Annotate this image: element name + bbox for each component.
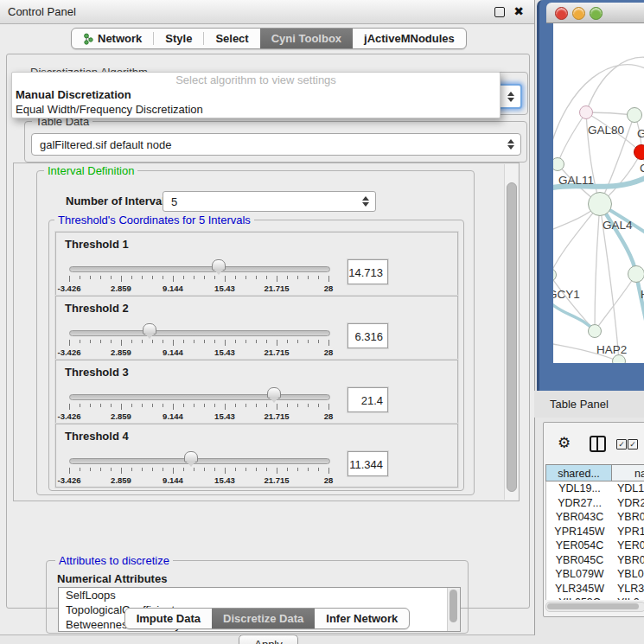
cell-shared-name: YBR045C: [546, 553, 613, 568]
slider-tick-label: 21.715: [258, 284, 296, 293]
table-row[interactable]: YBR045CYBR0: [546, 553, 644, 568]
threshold-slider-thumb[interactable]: [267, 387, 281, 399]
tab-impute-data[interactable]: Impute Data: [125, 609, 212, 628]
slider-tick-label: 2.859: [102, 475, 140, 485]
table-horizontal-scrollbar-thumb[interactable]: [547, 603, 639, 609]
column-header-shared-name[interactable]: shared...: [545, 464, 612, 481]
table-row[interactable]: YER054CYER0: [546, 539, 644, 553]
number-of-intervals-spinner[interactable]: 5: [163, 191, 376, 212]
threshold-value-field[interactable]: 21.4: [348, 387, 388, 412]
slider-tick: [111, 340, 112, 343]
slider-tick: [100, 468, 101, 471]
slider-tick: [121, 276, 122, 282]
tab-label: Impute Data: [137, 612, 201, 625]
checkbox-icon[interactable]: ✓: [616, 439, 627, 450]
tab-jactivemnodules[interactable]: jActiveMNodules: [353, 29, 466, 48]
slider-tick: [318, 276, 319, 279]
slider-tick: [69, 276, 70, 282]
slider-tick: [111, 276, 112, 279]
slider-tick-label: 9.144: [154, 348, 192, 357]
table-row[interactable]: YIL053CYIL0: [546, 596, 644, 600]
tab-label: Style: [165, 32, 192, 45]
table-horizontal-scrollbar[interactable]: [545, 602, 644, 612]
zoom-traffic-light-icon[interactable]: [590, 7, 603, 20]
threshold-panel-2: Threshold 2-3.4262.8599.14415.4321.71528…: [55, 296, 458, 360]
float-window-icon[interactable]: [494, 7, 505, 17]
table-row[interactable]: YBL079WYBL0: [546, 567, 644, 582]
cell-shared-name: YIL053C: [546, 596, 613, 600]
slider-tick-label: 15.43: [206, 348, 244, 357]
slider-tick: [308, 468, 309, 471]
tab-infer-network[interactable]: Infer Network: [315, 609, 409, 628]
threshold-value-field[interactable]: 14.713: [348, 259, 388, 284]
tab-style[interactable]: Style: [154, 29, 203, 48]
apply-button[interactable]: Apply: [239, 634, 298, 644]
tab-network[interactable]: Network: [72, 29, 153, 48]
threshold-slider-thumb[interactable]: [143, 323, 156, 335]
threshold-slider-track[interactable]: [69, 394, 330, 400]
split-columns-icon[interactable]: [590, 436, 606, 452]
threshold-value-field[interactable]: 6.316: [348, 323, 388, 348]
slider-tick: [204, 276, 205, 279]
network-node-gal4[interactable]: [588, 192, 612, 216]
gear-icon[interactable]: ⚙: [558, 436, 571, 450]
slider-tick: [214, 404, 215, 407]
network-node[interactable]: [612, 354, 626, 363]
slider-tick-label: 15.43: [206, 411, 244, 421]
network-node-hap2[interactable]: [588, 324, 602, 338]
popup-item-equal-width-frequency-discretization[interactable]: Equal Width/Frequency Discretization: [12, 102, 500, 117]
network-node-gal80[interactable]: [579, 105, 593, 119]
column-header-name[interactable]: na: [611, 464, 644, 481]
slider-tick: [256, 340, 257, 343]
threshold-label: Threshold 1: [65, 238, 129, 251]
cell-name: YLR3: [617, 582, 644, 596]
tab-discretize-data[interactable]: Discretize Data: [212, 609, 315, 628]
interval-definition-title: Interval Definition: [44, 164, 137, 177]
cell-name: YDL1: [617, 481, 644, 496]
network-canvas[interactable]: GAL80GCGAL11GAL4GCY1HHAP2: [553, 23, 644, 363]
slider-tick: [318, 404, 319, 407]
screen: Control Panel ✖ NetworkStyleSelectCyni T…: [0, 0, 644, 644]
table-data-combobox[interactable]: galFiltered.sif default node: [31, 133, 521, 156]
network-node-g[interactable]: [627, 107, 642, 123]
settings-scrollbar-thumb[interactable]: [507, 182, 517, 492]
minimize-traffic-light-icon[interactable]: [572, 7, 585, 20]
tab-label: Select: [215, 32, 248, 45]
table-row[interactable]: YPR145WYPR1: [546, 525, 644, 539]
table-row[interactable]: YBR043CYBR0: [546, 510, 644, 525]
slider-tick: [152, 468, 153, 471]
slider-tick: [235, 340, 236, 343]
slider-tick: [163, 340, 163, 343]
network-node-h[interactable]: [628, 265, 644, 283]
node-label: GCY1: [553, 288, 580, 301]
network-node-c[interactable]: [634, 144, 644, 160]
slider-tick: [225, 340, 226, 346]
popup-item-manual-discretization[interactable]: Manual Discretization: [12, 87, 500, 102]
node-label: C: [640, 162, 644, 175]
slider-tick: [80, 340, 80, 343]
slider-tick: [235, 276, 236, 279]
close-icon[interactable]: ✖: [513, 0, 524, 23]
settings-scrollpane: Interval Definition Number of Intervals …: [13, 163, 520, 501]
close-traffic-light-icon[interactable]: [555, 7, 568, 20]
threshold-slider-track[interactable]: [69, 458, 330, 464]
threshold-slider-track[interactable]: [69, 330, 330, 336]
slider-tick-label: -3.426: [50, 411, 88, 421]
tab-select[interactable]: Select: [204, 29, 259, 48]
slider-tick: [256, 404, 257, 407]
settings-scrollbar[interactable]: [504, 164, 518, 500]
slider-tick: [245, 404, 246, 407]
threshold-value-field[interactable]: 11.344: [348, 451, 388, 476]
table-row[interactable]: YLR345WYLR3: [546, 582, 644, 596]
slider-tick: [163, 276, 163, 279]
table-row[interactable]: YDL19...YDL1: [546, 481, 644, 496]
threshold-slider-track[interactable]: [69, 266, 330, 272]
attribute-item-selfloops[interactable]: SelfLoops: [59, 588, 460, 603]
tab-cyni-toolbox[interactable]: Cyni Toolbox: [260, 29, 353, 48]
slider-tick: [121, 340, 122, 346]
table-row[interactable]: YDR27...YDR2: [546, 496, 644, 511]
slider-tick: [194, 468, 194, 471]
checkbox-icon[interactable]: ✓: [628, 439, 638, 450]
threshold-slider-thumb[interactable]: [212, 259, 226, 271]
threshold-slider-thumb[interactable]: [184, 451, 198, 462]
